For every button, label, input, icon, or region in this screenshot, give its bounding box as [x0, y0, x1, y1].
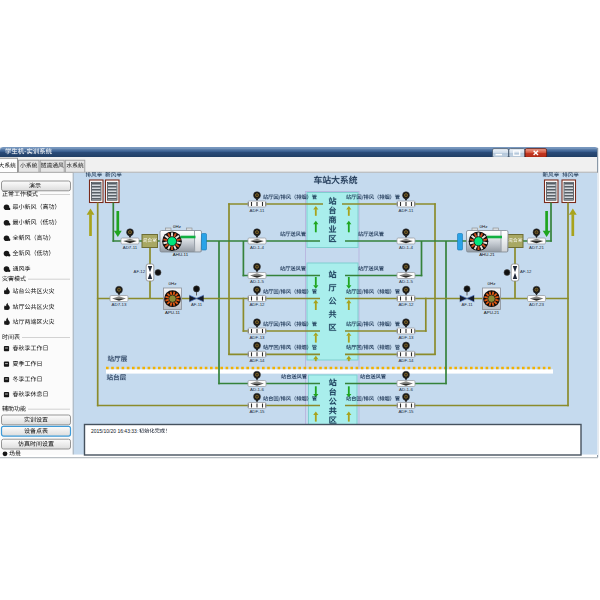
svg-text:AF-12: AF-12 [520, 269, 532, 274]
svg-text:AD7-23: AD7-23 [529, 302, 544, 307]
svg-text:AD7-21: AD7-21 [529, 245, 544, 250]
svg-text:AHU-11: AHU-11 [173, 252, 189, 257]
svg-text:ADF-15: ADF-15 [398, 409, 414, 414]
svg-text:ADF-14: ADF-14 [398, 358, 414, 363]
svg-text:AD-1-5: AD-1-5 [250, 279, 264, 284]
svg-text:AD7-13: AD7-13 [112, 302, 127, 307]
svg-text:ADF-13: ADF-13 [398, 335, 414, 340]
svg-text:APU-21: APU-21 [484, 310, 500, 315]
svg-text:0Hz: 0Hz [169, 281, 177, 286]
svg-text:ADF-11: ADF-11 [399, 208, 414, 213]
svg-text:AF-11: AF-11 [461, 302, 473, 307]
svg-text:0Hz: 0Hz [480, 224, 488, 229]
svg-text:ADF-11: ADF-11 [250, 208, 265, 213]
svg-text:AHU-21: AHU-21 [479, 252, 495, 257]
svg-text:AD-1-6: AD-1-6 [399, 387, 413, 392]
svg-text:AD-1-4: AD-1-4 [399, 245, 413, 250]
svg-text:AF-11: AF-11 [191, 302, 203, 307]
svg-text:APU-11: APU-11 [165, 310, 181, 315]
svg-text:AD7-11: AD7-11 [123, 245, 138, 250]
svg-text:AD-1-6: AD-1-6 [250, 387, 264, 392]
svg-text:AD-1-5: AD-1-5 [399, 279, 413, 284]
svg-text:2015/10/20 16:43:33:: 2015/10/20 16:43:33: [91, 428, 138, 434]
svg-text:0Hz: 0Hz [173, 224, 181, 229]
svg-text:ADF-12: ADF-12 [249, 302, 265, 307]
svg-text:ADF-15: ADF-15 [249, 409, 265, 414]
svg-text:AF-12: AF-12 [134, 269, 146, 274]
svg-text:0Hz: 0Hz [488, 281, 496, 286]
svg-text:ADF-14: ADF-14 [249, 358, 265, 363]
svg-text:ADF-12: ADF-12 [398, 302, 414, 307]
svg-text:AD-1-4: AD-1-4 [250, 245, 264, 250]
svg-text:ADF-13: ADF-13 [249, 335, 265, 340]
